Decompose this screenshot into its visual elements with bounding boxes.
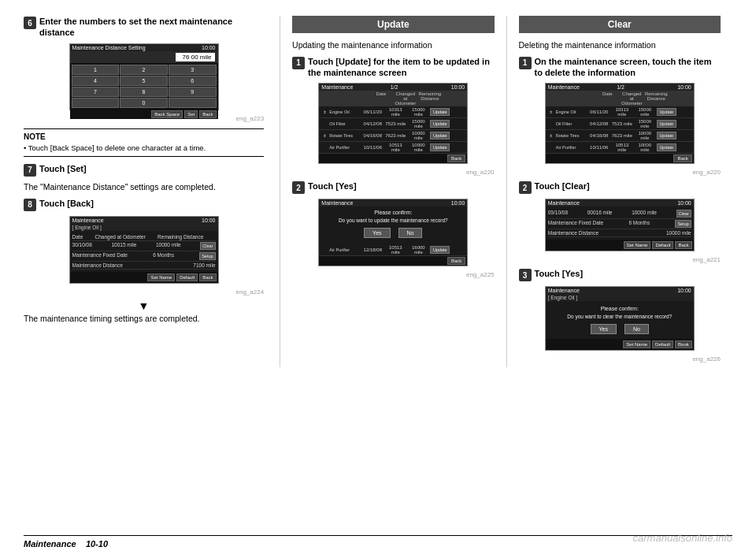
center-column: Update Updating the maintenance informat… <box>280 16 506 367</box>
eng-clear-title: Maintenance <box>548 288 580 293</box>
right-ml-time: 10:00 <box>677 84 691 90</box>
eng-clear-body: Please confirm: Do you want to clear the… <box>546 301 694 339</box>
key-8[interactable]: 8 <box>120 87 168 97</box>
back-clear-btn[interactable]: Clear <box>200 242 215 250</box>
ml-row2-label: Oil Filter <box>329 121 361 126</box>
key-0[interactable]: 0 <box>120 98 168 108</box>
mds-title-bar: Maintenance Distance Setting 10:00 <box>70 44 218 51</box>
ml-row4-update-btn[interactable]: Update <box>430 143 450 151</box>
clear-remaining: 10000 mile <box>632 210 657 218</box>
right-ml-row3-btn[interactable]: Update <box>657 132 676 140</box>
ml-row1-update-btn[interactable]: Update <box>430 108 450 116</box>
confirm-row-date: 12/18/08 <box>361 247 384 252</box>
confirm-row-btn[interactable]: Update <box>430 246 450 254</box>
right-ml-row1-btn[interactable]: Update <box>657 108 676 116</box>
confirm-row-changed: 10513 mile <box>384 245 406 255</box>
right-ml-row-4: Air Purifier 10/11/06 10513 mile 10000 m… <box>546 142 694 154</box>
ml-row3-changed: 7623 mile <box>384 133 406 138</box>
footer: Maintenance 10-10 <box>24 535 732 549</box>
ml-row3-update-btn[interactable]: Update <box>430 132 450 140</box>
ml-back-btn[interactable]: Back <box>447 154 465 162</box>
right-ml-row-1: ± Engine Oil 06/11/20 10313 mile 15000 m… <box>546 106 694 118</box>
confirm-back-btn[interactable]: Back <box>447 257 465 265</box>
clear-date-label: 09/10/08 <box>548 210 568 218</box>
right-ml-row2-btn[interactable]: Update <box>657 120 676 128</box>
center-step2-title: Touch [Yes] <box>308 180 357 192</box>
confirm-row-remaining: 16000 mile <box>407 245 429 255</box>
key-1[interactable]: 1 <box>72 65 120 75</box>
right-step3-badge: 3 <box>519 269 532 281</box>
default-btn[interactable]: Default <box>176 273 198 281</box>
ml-row1-remaining: 15000 mile <box>407 107 429 117</box>
center-step1-title: Touch [Update] for the item to be update… <box>308 56 494 79</box>
clear-row2-val: 10000 mile <box>666 230 691 236</box>
eng-no-button[interactable]: No <box>624 324 649 334</box>
key-9[interactable]: 9 <box>169 87 217 97</box>
step6-title: Enter the numbers to set the next mainte… <box>39 16 264 39</box>
back-btn2[interactable]: Back <box>199 273 216 281</box>
ml-row1-changed: 10313 mile <box>384 107 406 117</box>
watermark: carmanualsonline.info <box>633 532 732 544</box>
back-screen-title-bar: Maintenance 10:00 <box>70 217 218 224</box>
ml-row-1: ± Engine Oil 06/11/20 10313 mile 15000 m… <box>319 106 467 118</box>
eng-back-btn[interactable]: Book <box>675 340 692 348</box>
back-row2-val: 6 Months <box>153 252 174 260</box>
confirm-title-bar: Maintenance 10:00 <box>319 199 467 206</box>
confirm-img-label: eng_a225 <box>292 271 494 278</box>
eng-yes-button[interactable]: Yes <box>591 324 617 334</box>
key-3[interactable]: 3 <box>169 65 217 75</box>
back-space-button[interactable]: Back Space <box>151 110 183 118</box>
right-ml-back-row: Back <box>546 154 694 163</box>
clear-back-btn[interactable]: Back <box>675 241 691 249</box>
back-btn-row: Set Name Default Back <box>70 272 218 283</box>
right-ml-row4-btn[interactable]: Update <box>657 143 676 151</box>
set-button[interactable]: Set <box>184 110 198 118</box>
ml-row-4: Air Purifier 10/11/06 10513 mile 10000 m… <box>319 142 467 154</box>
mds-screen: Maintenance Distance Setting 10:00 76 00… <box>69 43 219 110</box>
clear-detail-screen: Maintenance 10:00 09/10/08 00016 mile 10… <box>545 199 695 251</box>
clear-detail-title-bar: Maintenance 10:00 <box>546 199 694 206</box>
clear-clear-btn[interactable]: Clear <box>676 210 691 218</box>
right-ml-back-btn[interactable]: Back <box>673 154 691 162</box>
note-box: NOTE • Touch [Back Space] to delete one … <box>24 128 264 157</box>
back-button-mds[interactable]: Back <box>199 110 216 118</box>
ml-row3-date: 04/16/08 <box>361 133 384 138</box>
center-step2-header: 2 Touch [Yes] <box>292 180 494 194</box>
ml-col-remaining: Remaining Distance <box>418 91 441 106</box>
set-name-btn[interactable]: Set Name <box>147 273 175 281</box>
eng-default-btn[interactable]: Default <box>652 340 673 348</box>
clear-row1-label: Maintenance Fixed Date <box>548 220 603 228</box>
ml-img-label: eng_a220 <box>292 169 494 176</box>
no-button[interactable]: No <box>398 228 423 238</box>
eng-clear-confirm-text: Please confirm: <box>549 306 691 311</box>
back-setup-btn[interactable]: Setup <box>199 252 215 260</box>
clear-default-btn[interactable]: Default <box>652 241 673 249</box>
back-screen: Maintenance 10:00 [ Engine Oil ] Date Ch… <box>69 216 219 284</box>
ml-row3-num: ± <box>321 133 328 138</box>
clear-setup-btn[interactable]: Setup <box>675 220 691 228</box>
center-step1-badge: 1 <box>292 57 305 69</box>
key-4[interactable]: 4 <box>72 76 120 86</box>
back-info-row3: Maintenance Distance 7100 mile <box>72 262 216 270</box>
back-row2-label: Maintenance Fixed Date <box>72 252 128 260</box>
eng-clear-title-bar: Maintenance 10:00 <box>546 287 694 294</box>
key-2[interactable]: 2 <box>120 65 168 75</box>
key-5[interactable]: 5 <box>120 76 168 86</box>
ml-row2-update-btn[interactable]: Update <box>430 120 450 128</box>
right-step3-header: 3 Touch [Yes] <box>519 268 721 281</box>
eng-set-name-btn[interactable]: Set Name <box>623 340 650 348</box>
clear-set-name-btn[interactable]: Set Name <box>624 241 651 249</box>
confirm-body: Please confirm: Do you want to update th… <box>319 206 467 244</box>
back-row3-val: 7100 mile <box>193 262 215 268</box>
ml-col-changed: Changed at Odometer <box>394 91 417 106</box>
back-screen-subtitle: [ Engine Oil ] <box>70 224 218 231</box>
yes-button[interactable]: Yes <box>364 228 390 238</box>
key-7[interactable]: 7 <box>72 87 120 97</box>
ml-row2-changed: 7523 mile <box>384 121 406 126</box>
key-empty2 <box>169 98 217 108</box>
clear-intro: Deleting the maintenance information <box>519 39 721 51</box>
down-arrow: ▼ <box>24 300 264 311</box>
confirm-question: Do you want to update the maintenance re… <box>324 218 462 223</box>
back-row-remaining-label: Remaining Distance <box>158 234 203 240</box>
key-6[interactable]: 6 <box>169 76 217 86</box>
